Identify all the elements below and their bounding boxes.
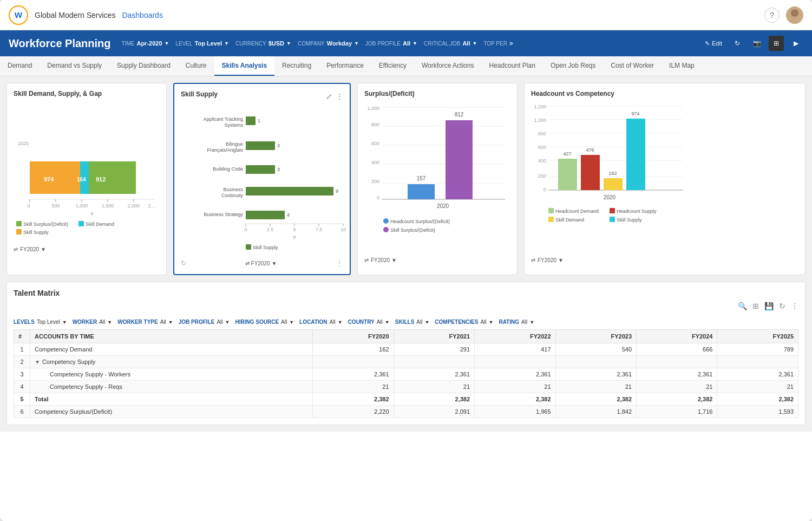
tab-skills-analysis[interactable]: Skills Analysis [214, 56, 275, 76]
more-icon[interactable]: ⋮ [791, 302, 798, 310]
svg-text:#: # [293, 235, 296, 240]
svg-rect-108 [548, 217, 554, 222]
expand-icon[interactable]: ⤢ [326, 92, 332, 101]
svg-text:427: 427 [563, 151, 571, 157]
svg-text:Skill Surplus/(Deficit): Skill Surplus/(Deficit) [390, 227, 435, 233]
filter-location[interactable]: LOCATION All ▼ [299, 319, 343, 325]
col-fy2020: FY2020 [313, 330, 394, 343]
svg-text:#: # [90, 211, 93, 217]
svg-text:Skill Demand: Skill Demand [555, 217, 584, 223]
tab-recruiting[interactable]: Recruiting [274, 56, 319, 76]
svg-text:400: 400 [538, 158, 546, 164]
svg-rect-95 [558, 159, 577, 190]
filter-job-profile[interactable]: JOB PROFILE All ▼ [179, 319, 230, 325]
svg-text:200: 200 [371, 179, 379, 184]
svg-text:5: 5 [293, 227, 296, 232]
svg-rect-58 [246, 244, 251, 250]
top-nav: w Global Modern Services Dashboards ? [0, 0, 812, 30]
header-filter-job-profile[interactable]: JOB PROFILE All ▼ [365, 40, 417, 47]
skill-demand-supply-gap-chart: 2020 974 164 912 [14, 102, 160, 243]
svg-rect-106 [610, 208, 615, 213]
tab-headcount-plan[interactable]: Headcount Plan [481, 56, 542, 76]
headcount-vs-competency-chart: 1,200 1,000 800 600 400 200 0 [531, 102, 688, 253]
svg-text:Skill Supply: Skill Supply [23, 230, 49, 235]
skill-supply-header: Skill Supply ⤢ ⋮ [181, 90, 343, 102]
filter-skills[interactable]: SKILLS All ▼ [395, 319, 430, 325]
refresh-table-icon[interactable]: ↻ [779, 302, 785, 310]
filter-hiring-source[interactable]: HIRING SOURCE All ▼ [235, 319, 294, 325]
logo-w: w [15, 9, 22, 21]
svg-text:1,500: 1,500 [102, 203, 114, 209]
menu-icon[interactable]: ⋮ [336, 92, 343, 101]
svg-text:4: 4 [287, 212, 290, 218]
refresh-small-icon[interactable]: ↻ [181, 259, 186, 267]
svg-text:Skill Supply: Skill Supply [617, 217, 642, 223]
svg-point-79 [383, 227, 389, 232]
filter-worker-type[interactable]: WORKER TYPE All ▼ [117, 319, 173, 325]
svg-text:500: 500 [51, 203, 60, 209]
avatar[interactable] [786, 6, 803, 24]
filter-worker[interactable]: WORKER All ▼ [73, 319, 113, 325]
surplus-deficit-title: Surplus/(Deficit) [364, 90, 510, 97]
company-name: Global Modern Services [35, 11, 115, 19]
svg-text:600: 600 [538, 145, 546, 150]
grid-button[interactable]: ⊞ [769, 36, 784, 51]
edit-button[interactable]: ✎ Edit [702, 38, 725, 49]
header-bar: Workforce Planning TIME Apr-2020 ▼ LEVEL… [0, 30, 812, 56]
tab-demand-vs-supply[interactable]: Demand vs Supply [40, 56, 109, 76]
camera-button[interactable]: 📷 [749, 36, 764, 51]
save-icon[interactable]: 💾 [764, 302, 774, 310]
svg-text:Systems: Systems [224, 122, 243, 128]
expand-icon[interactable]: ▼ [35, 359, 40, 365]
refresh-button[interactable]: ↻ [730, 36, 745, 51]
svg-rect-37 [246, 165, 275, 174]
tab-bar: Demand Demand vs Supply Supply Dashboard… [0, 56, 812, 76]
logo: w [9, 5, 28, 25]
svg-text:2020: 2020 [604, 194, 616, 200]
header-filter-company[interactable]: COMPANY Workday ▼ [298, 40, 359, 47]
fy-selector-sd[interactable]: FY2020 ▼ [371, 257, 397, 263]
header-filter-currency[interactable]: CURRENCY $USD ▼ [235, 40, 291, 47]
header-filter-time[interactable]: TIME Apr-2020 ▼ [122, 40, 169, 47]
tab-cost-of-worker[interactable]: Cost of Worker [603, 56, 662, 76]
col-fy2021: FY2021 [394, 330, 474, 343]
main-content: Skill Demand, Supply, & Gap 2020 974 [0, 76, 812, 432]
tab-efficiency[interactable]: Efficiency [371, 56, 414, 76]
header-filter-critical-job[interactable]: CRITICAL JOB All ▼ [424, 40, 477, 47]
svg-rect-104 [548, 208, 554, 213]
dashboards-link[interactable]: Dashboards [122, 11, 163, 19]
filter-icon[interactable]: ⊞ [752, 302, 759, 310]
svg-text:2,000: 2,000 [128, 203, 140, 209]
filter-competencies[interactable]: COMPETENCIES All ▼ [435, 319, 493, 325]
tab-ilm-map[interactable]: ILM Map [662, 56, 702, 76]
chart-actions: ⤢ ⋮ [326, 92, 343, 101]
filter-rating[interactable]: RATING All ▼ [499, 319, 534, 325]
svg-text:Skill Surplus/(Deficit): Skill Surplus/(Deficit) [23, 222, 68, 227]
tab-demand[interactable]: Demand [0, 56, 40, 76]
table-row: 6 Competency Surplus/(Deficit) 2,220 2,0… [14, 406, 798, 418]
help-icon[interactable]: ? [764, 8, 780, 23]
fy-selector-sdsg[interactable]: FY2020 ▼ [20, 246, 46, 252]
charts-row: Skill Demand, Supply, & Gap 2020 974 [6, 83, 806, 275]
tab-supply-dashboard[interactable]: Supply Dashboard [109, 56, 178, 76]
fy-selector-hc[interactable]: FY2020 ▼ [538, 257, 564, 263]
tab-workforce-actions[interactable]: Workforce Actions [414, 56, 481, 76]
col-fy2025: FY2025 [717, 330, 798, 343]
header-filter-top-per[interactable]: TOP PER > [483, 40, 513, 47]
svg-text:600: 600 [371, 141, 379, 146]
tab-performance[interactable]: Performance [319, 56, 371, 76]
svg-text:Building Code: Building Code [213, 166, 243, 172]
svg-text:2020: 2020 [437, 203, 449, 209]
menu-small-icon[interactable]: ⋮ [336, 259, 343, 268]
filter-levels[interactable]: LEVELS Top Level ▼ [14, 319, 67, 325]
tab-culture[interactable]: Culture [178, 56, 214, 76]
filter-country[interactable]: COUNTRY All ▼ [348, 319, 390, 325]
tab-open-job-reqs[interactable]: Open Job Reqs [543, 56, 603, 76]
video-button[interactable]: ▶ [788, 36, 803, 51]
svg-text:Headcount Supply: Headcount Supply [617, 209, 657, 214]
svg-text:2020: 2020 [18, 141, 29, 146]
search-icon[interactable]: 🔍 [738, 302, 747, 310]
header-filter-level[interactable]: LEVEL Top Level ▼ [175, 40, 229, 47]
fy-selector-ss[interactable]: ⇌ FY2020 ▼ [245, 260, 277, 266]
svg-point-0 [791, 9, 798, 17]
